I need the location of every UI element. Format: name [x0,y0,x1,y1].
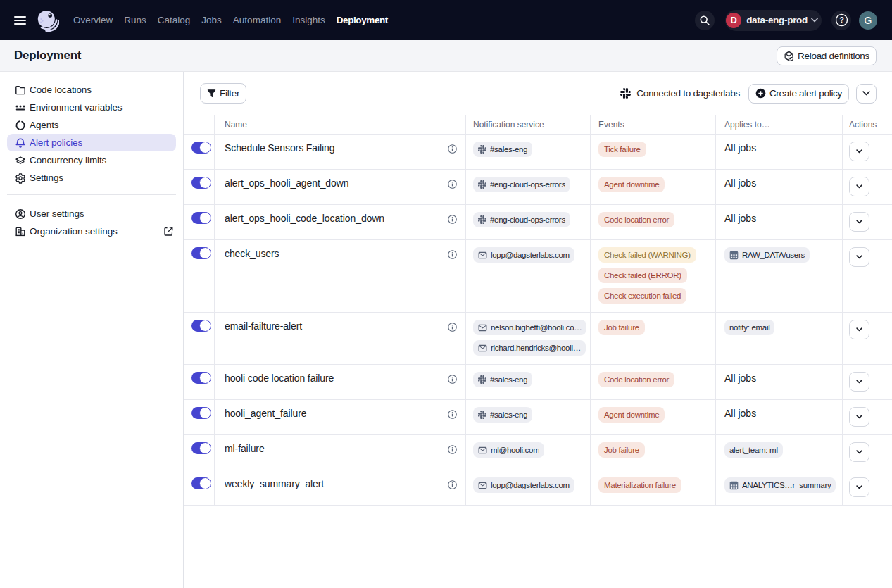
svg-text:?: ? [839,15,844,24]
